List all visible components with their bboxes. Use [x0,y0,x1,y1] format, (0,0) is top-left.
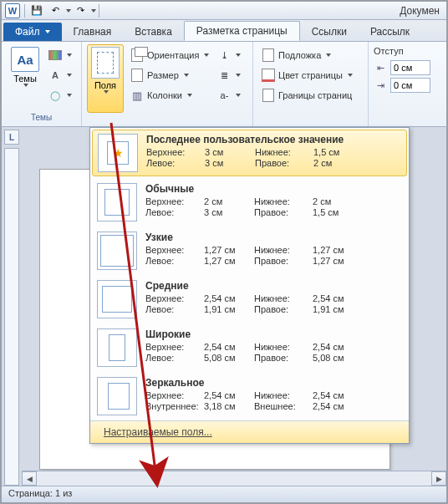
margins-preset-0[interactable]: ★Последнее пользовательское значениеВерх… [92,130,407,176]
margins-preset-title: Узкие [145,232,400,243]
indent-left-icon: ⇤ [374,61,387,74]
margins-preset-4[interactable]: ШирокиеВерхнее:2,54 смНижнее:2,54 смЛево… [90,323,409,372]
margins-preset-text: Последнее пользовательское значениеВерхн… [146,134,400,168]
page-borders-button[interactable]: Границы страниц [258,86,356,104]
tab-page-layout[interactable]: Разметка страницы [184,21,300,41]
chevron-down-icon [45,30,50,33]
tab-references[interactable]: Ссылки [300,23,359,41]
group-label-themes: Темы [7,113,76,125]
scroll-left-button[interactable]: ◀ [22,471,37,486]
chevron-down-icon[interactable] [66,9,71,13]
window-title: Докумен [102,5,445,17]
margins-preset-title: Широкие [145,328,400,340]
margins-preset-3[interactable]: СредниеВерхнее:2,54 смНижнее:2,54 смЛево… [90,275,409,323]
size-icon [131,69,143,82]
ruler-corner[interactable]: L [4,130,19,145]
margins-preset-values: Верхнее:2 смНижнее:2 смЛевое:3 смПравое:… [145,196,400,217]
hyphenation-icon: a- [217,89,231,102]
margins-preset-5[interactable]: ЗеркальноеВерхнее:2,54 смНижнее:2,54 смВ… [90,372,409,420]
theme-colors-button[interactable] [45,46,75,64]
ribbon-tabs: Файл Главная Вставка Разметка страницы С… [2,20,446,42]
chevron-down-icon [23,84,28,87]
hyphenation-button[interactable]: a- [214,86,244,104]
margins-preset-icon [97,328,137,367]
status-page-count: Страница: 1 из [8,488,72,498]
chevron-down-icon [104,90,109,94]
indent-right-icon: ⇥ [374,79,387,92]
margins-dropdown: ★Последнее пользовательское значениеВерх… [89,127,410,444]
page-color-button[interactable]: Цвет страницы [258,66,356,84]
indent-left-input[interactable] [390,60,430,75]
margins-preset-icon: ★ [98,134,138,172]
orientation-icon [131,48,143,62]
group-page-background: Подложка Цвет страницы Границы страниц [253,42,369,126]
qat-separator [24,4,25,18]
scroll-track[interactable] [37,471,431,486]
margins-preset-title: Средние [145,280,400,292]
orientation-button[interactable]: Ориентация [127,46,212,64]
margins-icon [91,47,120,79]
qat-separator [99,4,99,18]
star-icon: ★ [113,146,124,160]
status-bar: Страница: 1 из [2,486,446,502]
word-app-icon: W [5,3,20,18]
margins-preset-values: Верхнее:2,54 смНижнее:2,54 смЛевое:5,08 … [145,342,400,363]
margins-preset-title: Обычные [145,183,400,195]
tab-mailings[interactable]: Рассылк [359,23,421,41]
horizontal-scrollbar[interactable]: ◀ ▶ [22,471,446,486]
margins-preset-text: ЗеркальноеВерхнее:2,54 смНижнее:2,54 смВ… [145,377,400,411]
tab-home[interactable]: Главная [62,23,124,41]
margins-preset-title: Зеркальное [145,377,400,389]
size-button[interactable]: Размер [127,66,212,84]
undo-icon[interactable]: ↶ [48,3,63,18]
margins-preset-text: ОбычныеВерхнее:2 смНижнее:2 смЛевое:3 см… [145,183,400,217]
fonts-icon: A [48,69,62,82]
margins-preset-text: ШирокиеВерхнее:2,54 смНижнее:2,54 смЛево… [145,328,400,363]
indent-right-input[interactable] [390,78,430,93]
redo-icon[interactable]: ↷ [73,3,88,18]
tab-file[interactable]: Файл [3,23,62,41]
indent-left-row: ⇤ [374,60,441,75]
vertical-ruler[interactable] [4,148,19,486]
chevron-down-icon[interactable] [91,9,96,13]
custom-margins-button[interactable]: Настраиваемые поля... [90,420,409,443]
group-label-page-setup [87,113,247,125]
margins-preset-icon [97,280,137,318]
margins-preset-title: Последнее пользовательское значение [146,134,400,145]
group-themes: Aa Темы A ◯ Темы [2,42,82,126]
title-bar: W 💾 ↶ ↷ Докумен [2,2,446,20]
margins-preset-values: Верхнее:1,27 смНижнее:1,27 смЛевое:1,27 … [145,245,400,266]
margins-preset-text: СредниеВерхнее:2,54 смНижнее:2,54 смЛево… [145,280,400,314]
group-label-page-background [258,113,363,125]
scroll-right-button[interactable]: ▶ [431,471,446,486]
page-borders-icon [262,89,274,102]
colors-icon [48,50,62,60]
margins-button[interactable]: Поля [87,44,124,113]
ribbon: Aa Темы A ◯ Темы Поля [2,42,446,127]
margins-preset-icon [97,377,137,415]
theme-fonts-button[interactable]: A [45,66,75,84]
margins-preset-2[interactable]: УзкиеВерхнее:1,27 смНижнее:1,27 смЛевое:… [90,227,409,275]
watermark-button[interactable]: Подложка [258,46,356,64]
line-numbers-icon: ≣ [217,69,231,82]
columns-button[interactable]: ▥Колонки [127,86,212,104]
line-numbers-button[interactable]: ≣ [214,66,244,84]
margins-preset-text: УзкиеВерхнее:1,27 смНижнее:1,27 смЛевое:… [145,232,400,266]
margins-preset-1[interactable]: ОбычныеВерхнее:2 смНижнее:2 смЛевое:3 см… [90,178,409,227]
theme-effects-button[interactable]: ◯ [45,86,75,104]
indent-right-row: ⇥ [374,78,441,93]
margins-preset-values: Верхнее:3 смНижнее:1,5 смЛевое:3 смПраво… [146,147,400,168]
themes-icon: Aa [11,47,39,72]
watermark-icon [262,48,274,62]
themes-button[interactable]: Aa Темы [7,44,43,113]
indent-label: Отступ [374,44,441,58]
group-paragraph: Отступ ⇤ ⇥ [369,42,446,126]
tab-insert[interactable]: Вставка [123,23,184,41]
group-page-setup: Поля Ориентация Размер ▥Колонки ⤓ ≣ a- [82,42,253,126]
margins-preset-values: Верхнее:2,54 смНижнее:2,54 смВнутреннее:… [145,390,400,411]
save-icon[interactable]: 💾 [29,3,44,18]
breaks-icon: ⤓ [217,48,231,62]
columns-icon: ▥ [130,89,144,102]
margins-preset-icon [97,183,137,221]
breaks-button[interactable]: ⤓ [214,46,244,64]
